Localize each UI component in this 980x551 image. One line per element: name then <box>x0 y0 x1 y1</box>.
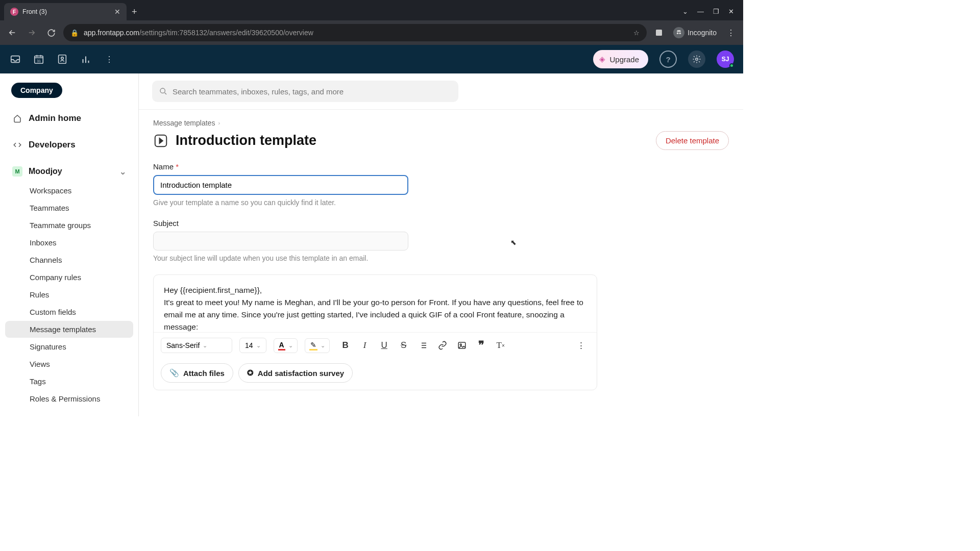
browser-tab-strip: F Front (3) ✕ + ⌄ — ❐ ✕ <box>0 0 743 20</box>
italic-button[interactable]: I <box>356 337 374 354</box>
incognito-label: Incognito <box>688 29 717 37</box>
more-icon[interactable]: ⋮ <box>103 53 115 65</box>
breadcrumb-root[interactable]: Message templates <box>153 119 215 127</box>
admin-home-link[interactable]: Admin home <box>5 108 133 129</box>
editor-toolbar: Sans-Serif⌄ 14⌄ A⌄ ✎⌄ B I U S ❞ T <box>154 332 597 358</box>
sidebar: Company Personal Admin home Developers M… <box>0 73 139 416</box>
svg-point-9 <box>160 88 165 93</box>
sidebar-item-rules[interactable]: Rules <box>5 286 133 303</box>
admin-home-label: Admin home <box>29 113 81 123</box>
upgrade-label: Upgrade <box>609 55 639 64</box>
sidebar-item-custom-fields[interactable]: Custom fields <box>5 304 133 320</box>
search-box[interactable] <box>152 81 458 102</box>
text-color-button[interactable]: A⌄ <box>274 338 298 353</box>
calendar-icon[interactable]: 31 <box>33 53 45 65</box>
name-label: Name * <box>153 162 408 171</box>
incognito-badge: Incognito <box>673 27 717 38</box>
help-button[interactable]: ? <box>659 51 677 68</box>
sidebar-item-tags[interactable]: Tags <box>5 373 133 390</box>
paperclip-icon: 📎 <box>169 368 179 378</box>
sidebar-item-signatures[interactable]: Signatures <box>5 338 133 355</box>
font-size-select[interactable]: 14⌄ <box>239 338 266 353</box>
breadcrumb: Message templates › <box>153 110 729 131</box>
new-tab-button[interactable]: + <box>127 3 142 20</box>
scope-personal[interactable]: Personal <box>60 83 109 98</box>
svg-point-12 <box>460 344 461 345</box>
delete-template-button[interactable]: Delete template <box>656 131 729 150</box>
editor-box: Hey {{recipient.first_name}}, It's great… <box>153 274 597 390</box>
team-name: Moodjoy <box>29 167 62 176</box>
tab-close-icon[interactable]: ✕ <box>114 8 120 16</box>
address-bar[interactable]: 🔒 app.frontapp.com/settings/tim:7858132/… <box>63 24 647 41</box>
extensions-icon[interactable] <box>652 26 666 40</box>
home-icon <box>12 114 22 123</box>
forward-button[interactable] <box>24 26 39 40</box>
name-input[interactable] <box>153 175 408 195</box>
team-badge: M <box>12 166 22 177</box>
svg-point-7 <box>61 57 64 60</box>
sidebar-item-workspaces[interactable]: Workspaces <box>5 182 133 199</box>
editor-content[interactable]: Hey {{recipient.first_name}}, It's great… <box>154 275 597 332</box>
sidebar-item-roles-permissions[interactable]: Roles & Permissions <box>5 390 133 407</box>
page-title: Introduction template <box>176 133 649 148</box>
presence-dot <box>729 63 734 68</box>
underline-button[interactable]: U <box>376 337 393 354</box>
toolbar-more-icon[interactable]: ⋮ <box>572 337 590 354</box>
minimize-icon[interactable]: — <box>697 8 704 15</box>
browser-tab[interactable]: F Front (3) ✕ <box>4 3 127 20</box>
incognito-icon <box>673 27 684 38</box>
font-family-select[interactable]: Sans-Serif⌄ <box>161 338 232 353</box>
scope-toggle: Company Personal <box>0 73 138 105</box>
svg-rect-0 <box>656 30 662 36</box>
search-input[interactable] <box>173 87 451 96</box>
quote-button[interactable]: ❞ <box>473 337 490 354</box>
back-button[interactable] <box>5 26 19 40</box>
svg-text:31: 31 <box>37 59 41 63</box>
gem-icon: ◈ <box>599 55 605 64</box>
list-button[interactable] <box>414 337 432 354</box>
analytics-icon[interactable] <box>80 53 92 65</box>
strikethrough-button[interactable]: S <box>395 337 412 354</box>
app-header: 31 ⋮ ◈ Upgrade ? SJ <box>0 45 743 73</box>
add-survey-button[interactable]: ✪Add satisfaction survey <box>238 363 353 383</box>
chevron-right-icon: › <box>218 120 220 126</box>
link-button[interactable] <box>434 337 451 354</box>
highlight-button[interactable]: ✎⌄ <box>305 338 330 353</box>
content-area: Message templates › Introduction templat… <box>139 109 743 416</box>
contacts-icon[interactable] <box>56 53 68 65</box>
image-button[interactable] <box>453 337 471 354</box>
tab-favicon: F <box>10 8 18 16</box>
sidebar-item-inboxes[interactable]: Inboxes <box>5 234 133 251</box>
tabs-dropdown-icon[interactable]: ⌄ <box>682 8 688 15</box>
chevron-down-icon: ⌄ <box>119 167 126 177</box>
url-text: app.frontapp.com/settings/tim:7858132/an… <box>84 29 628 37</box>
sidebar-item-views[interactable]: Views <box>5 356 133 372</box>
developers-label: Developers <box>29 140 76 150</box>
code-icon <box>12 140 22 149</box>
close-window-icon[interactable]: ✕ <box>728 8 734 15</box>
settings-button[interactable] <box>688 51 705 68</box>
svg-point-2 <box>679 32 681 34</box>
sidebar-item-channels[interactable]: Channels <box>5 252 133 268</box>
attach-files-button[interactable]: 📎Attach files <box>161 363 233 383</box>
user-avatar[interactable]: SJ <box>717 51 734 68</box>
scope-company[interactable]: Company <box>11 83 62 98</box>
upgrade-button[interactable]: ◈ Upgrade <box>593 50 648 68</box>
sidebar-item-message-templates[interactable]: Message templates <box>5 321 133 338</box>
name-hint: Give your template a name so you can qui… <box>153 198 408 207</box>
browser-menu-icon[interactable]: ⋮ <box>724 28 738 38</box>
bookmark-icon[interactable]: ☆ <box>633 29 640 37</box>
sidebar-item-teammates[interactable]: Teammates <box>5 199 133 216</box>
maximize-icon[interactable]: ❐ <box>713 8 719 15</box>
search-icon <box>159 87 167 95</box>
reload-button[interactable] <box>44 26 58 40</box>
subject-input[interactable] <box>153 232 408 251</box>
clear-format-button[interactable]: T× <box>492 337 509 354</box>
bold-button[interactable]: B <box>337 337 354 354</box>
developers-link[interactable]: Developers <box>5 135 133 155</box>
team-toggle[interactable]: M Moodjoy ⌄ <box>5 161 133 182</box>
lock-icon: 🔒 <box>70 29 79 37</box>
inbox-icon[interactable] <box>9 53 21 65</box>
sidebar-item-company-rules[interactable]: Company rules <box>5 269 133 286</box>
sidebar-item-teammate-groups[interactable]: Teammate groups <box>5 217 133 234</box>
